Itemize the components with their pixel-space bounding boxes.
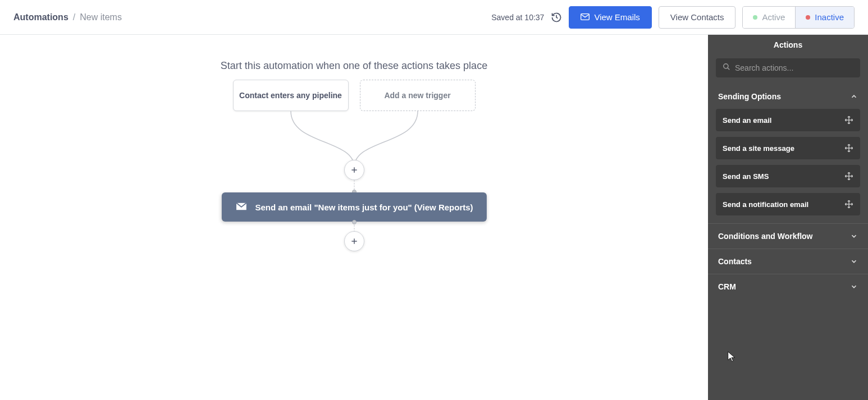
move-icon <box>844 116 853 125</box>
search-wrap <box>708 55 868 84</box>
chevron-down-icon <box>850 283 858 291</box>
action-send-email[interactable]: Send an email <box>716 109 860 131</box>
add-node-button-top[interactable] <box>344 160 364 180</box>
svg-point-5 <box>724 64 728 68</box>
toggle-inactive-label: Inactive <box>815 12 844 22</box>
breadcrumb-root[interactable]: Automations <box>13 12 68 22</box>
toggle-inactive[interactable]: Inactive <box>795 7 854 28</box>
view-emails-button[interactable]: View Emails <box>569 6 651 29</box>
view-contacts-button[interactable]: View Contacts <box>659 6 736 29</box>
trigger-card-pipeline[interactable]: Contact enters any pipeline <box>233 80 349 111</box>
category-crm[interactable]: CRM <box>708 274 868 299</box>
chevron-down-icon <box>850 232 858 240</box>
header: Automations / New items Saved at 10:37 V… <box>0 0 868 35</box>
search-icon <box>723 63 730 73</box>
automation-canvas[interactable]: Start this automation when one of these … <box>0 35 708 400</box>
add-trigger-button[interactable]: Add a new trigger <box>360 80 476 111</box>
breadcrumb-current: New items <box>80 12 122 22</box>
search-box[interactable] <box>716 58 860 77</box>
actions-sidebar: Actions Sending Options Send an email Se… <box>708 35 868 400</box>
history-icon[interactable] <box>551 12 562 23</box>
trigger-dashed-label: Add a new trigger <box>384 91 450 100</box>
breadcrumb-separator: / <box>73 12 75 22</box>
canvas-inner: Start this automation when one of these … <box>0 35 708 400</box>
mail-icon <box>581 12 590 22</box>
trigger-solid-label: Contact enters any pipeline <box>239 91 342 100</box>
action-card-send-email[interactable]: Send an email "New items just for you" (… <box>221 192 486 222</box>
category-label: Sending Options <box>718 92 781 101</box>
sidebar-title: Actions <box>708 35 868 55</box>
status-dot-inactive <box>806 15 810 20</box>
search-input[interactable] <box>735 63 853 72</box>
view-emails-label: View Emails <box>594 12 639 22</box>
category-conditions-workflow[interactable]: Conditions and Workflow <box>708 223 868 249</box>
status-toggle: Active Inactive <box>742 6 855 29</box>
category-label: Conditions and Workflow <box>718 232 813 241</box>
action-send-sms[interactable]: Send an SMS <box>716 165 860 187</box>
toggle-active-label: Active <box>762 12 785 22</box>
add-node-button-bottom[interactable] <box>344 231 364 251</box>
category-label: CRM <box>718 282 736 291</box>
category-contacts[interactable]: Contacts <box>708 249 868 274</box>
category-body-sending: Send an email Send a site message Send a… <box>708 109 868 223</box>
category-label: Contacts <box>718 257 752 266</box>
action-item-label: Send a notification email <box>723 200 808 209</box>
action-send-notification[interactable]: Send a notification email <box>716 193 860 215</box>
svg-line-6 <box>728 68 730 70</box>
trigger-row: Contact enters any pipeline Add a new tr… <box>233 80 476 111</box>
action-item-label: Send a site message <box>723 144 794 153</box>
toggle-active[interactable]: Active <box>743 7 795 28</box>
move-icon <box>844 172 853 181</box>
header-right: Saved at 10:37 View Emails View Contacts… <box>491 6 855 29</box>
category-sending-options[interactable]: Sending Options <box>708 84 868 109</box>
view-contacts-label: View Contacts <box>670 12 724 22</box>
saved-indicator: Saved at 10:37 <box>491 13 544 22</box>
chevron-down-icon <box>850 258 858 265</box>
action-item-label: Send an SMS <box>723 172 769 181</box>
instruction-text: Start this automation when one of these … <box>221 60 487 72</box>
chevron-up-icon <box>850 93 858 100</box>
breadcrumb: Automations / New items <box>13 12 122 22</box>
status-dot-active <box>753 15 757 20</box>
mail-icon <box>235 202 247 213</box>
action-card-label: Send an email "New items just for you" (… <box>255 203 473 212</box>
move-icon <box>844 200 853 209</box>
action-item-label: Send an email <box>723 116 771 125</box>
move-icon <box>844 144 853 153</box>
action-send-site-message[interactable]: Send a site message <box>716 137 860 159</box>
